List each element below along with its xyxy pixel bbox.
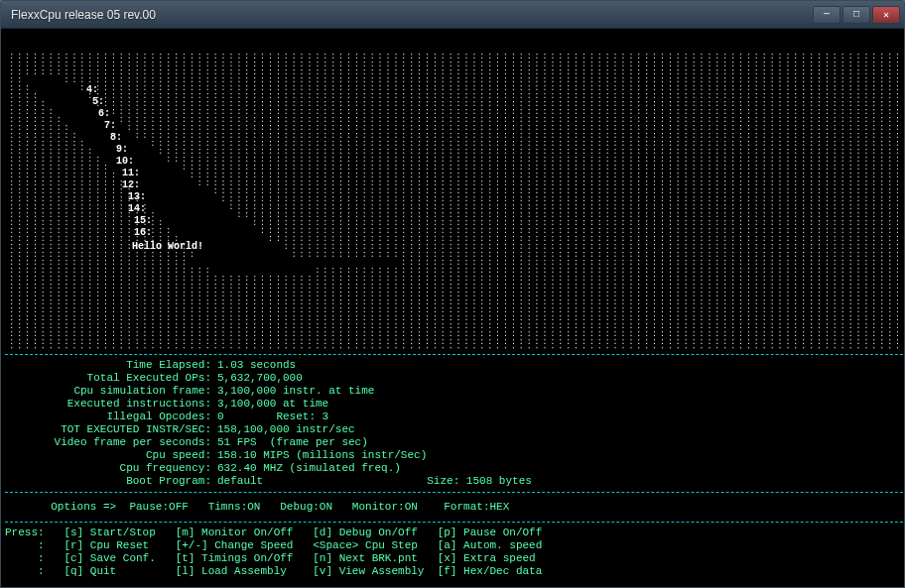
stat-value: 51 FPS (frame per sec) <box>211 436 368 449</box>
content-area: ::::::::::::::::::::::::::::::::::::::::… <box>1 29 904 587</box>
divider-opts <box>5 522 905 523</box>
stat-row: TOT EXECUTED INSTR/SEC:158,100,000 instr… <box>5 423 905 436</box>
stat-label: Cpu frequency: <box>5 462 211 475</box>
stat-row: Illegal Opcodes:0 Reset: 3 <box>5 411 905 423</box>
stat-row: Cpu simulation frame:3,100,000 instr. at… <box>5 385 905 398</box>
close-button[interactable]: ✕ <box>872 6 900 24</box>
stat-value: 0 Reset: 3 <box>211 411 328 423</box>
stat-label: Cpu speed: <box>5 449 211 462</box>
left-panel: ::::::::::::::::::::::::::::::::::::::::… <box>5 33 905 583</box>
stat-label: Video frame per seconds: <box>5 436 211 449</box>
stat-label: Executed instructions: <box>5 398 211 411</box>
app-window: FlexxCpu release 05 rev.00 ─ □ ✕ :::::::… <box>0 0 905 588</box>
stat-label: Cpu simulation frame: <box>5 385 211 398</box>
stat-value: 158.10 MIPS (millions instr/Sec) <box>211 449 427 462</box>
stat-label: Boot Program: <box>5 475 211 488</box>
keybinds-panel: Press: [s] Start/Stop [m] Monitor On/Off… <box>5 527 905 578</box>
stat-label: TOT EXECUTED INSTR/SEC: <box>5 423 211 436</box>
stat-label: Illegal Opcodes: <box>5 411 211 423</box>
screen-overlay-numbers: 4: 5: 6: 7: 8: 9: 10: 11: 12: 13: <box>9 37 152 239</box>
stat-value: 3,100,000 at time <box>211 398 328 411</box>
stat-row: Time Elapsed:1.03 seconds <box>5 359 905 372</box>
titlebar[interactable]: FlexxCpu release 05 rev.00 ─ □ ✕ <box>1 1 904 29</box>
screen-hello-text: Hello World! <box>84 241 203 253</box>
stat-row: Cpu speed:158.10 MIPS (millions instr/Se… <box>5 449 905 462</box>
stat-value: default Size: 1508 bytes <box>211 475 532 488</box>
stat-value: 1.03 seconds <box>211 359 296 372</box>
stat-row: Total Executed OPs:5,632,700,000 <box>5 372 905 385</box>
stats-panel: Time Elapsed:1.03 secondsTotal Executed … <box>5 359 905 488</box>
stat-value: 158,100,000 instr/sec <box>211 423 355 436</box>
stat-value: 3,100,000 instr. at time <box>211 385 374 398</box>
stat-label: Time Elapsed: <box>5 359 211 372</box>
divider-mid <box>5 492 905 493</box>
maximize-button[interactable]: □ <box>842 6 870 24</box>
stat-row: Boot Program:default Size: 1508 bytes <box>5 475 905 488</box>
video-screen: ::::::::::::::::::::::::::::::::::::::::… <box>5 33 905 350</box>
stat-row: Executed instructions:3,100,000 at time <box>5 398 905 411</box>
stat-row: Cpu frequency:632.40 MHZ (simulated freq… <box>5 462 905 475</box>
options-line: Options => Pause:OFF Timns:ON Debug:ON M… <box>5 501 905 514</box>
stat-label: Total Executed OPs: <box>5 372 211 385</box>
stat-row: Video frame per seconds:51 FPS (frame pe… <box>5 436 905 449</box>
minimize-button[interactable]: ─ <box>813 6 840 24</box>
stat-value: 5,632,700,000 <box>211 372 303 385</box>
window-title: FlexxCpu release 05 rev.00 <box>11 8 811 22</box>
divider-top <box>5 354 905 355</box>
stat-value: 632.40 MHZ (simulated freq.) <box>211 462 401 475</box>
